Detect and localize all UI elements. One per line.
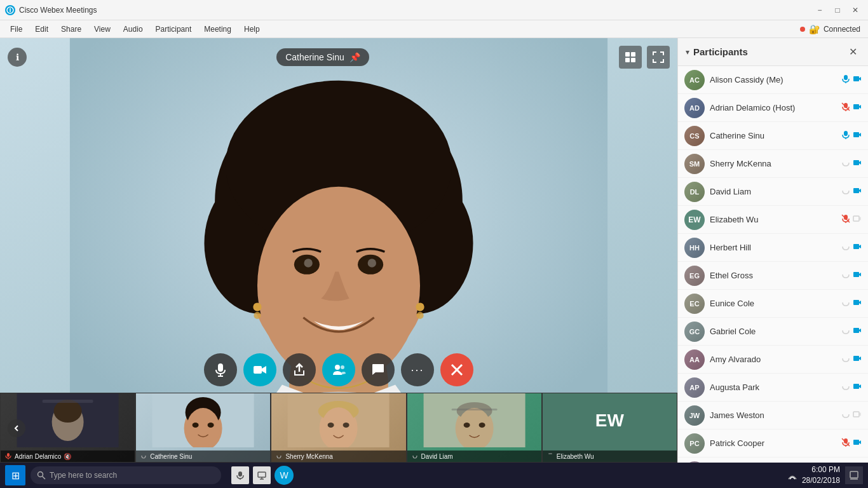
video-icon-elizabeth: [853, 214, 862, 226]
menu-view[interactable]: View: [89, 23, 116, 36]
svg-rect-58: [548, 453, 552, 454]
thumb-muted-indicator-adrian: 🔇: [64, 453, 71, 460]
window-controls: − □ ✕: [812, 3, 863, 18]
video-icon-patrick: [853, 438, 862, 449]
participant-item-amy[interactable]: AAAmy Alvarado: [678, 346, 868, 374]
menu-share[interactable]: Share: [56, 23, 86, 36]
menu-edit[interactable]: Edit: [30, 23, 53, 36]
participant-item-james[interactable]: JWJames Weston: [678, 402, 868, 430]
participant-item-elizabeth[interactable]: EWElizabeth Wu: [678, 206, 868, 234]
close-button[interactable]: ✕: [848, 3, 863, 18]
more-button[interactable]: ···: [401, 353, 434, 386]
video-button[interactable]: [243, 353, 276, 386]
thumbnail-sherry[interactable]: Sherry McKenna: [271, 393, 406, 463]
menu-help[interactable]: Help: [239, 23, 265, 36]
participant-name-eunice: Eunice Cole: [710, 299, 836, 308]
participant-icons-eunice: [841, 298, 862, 309]
svg-rect-108: [258, 472, 266, 477]
share-button[interactable]: [283, 353, 316, 386]
app-name-label: Cisco Webex Meetings: [19, 6, 97, 15]
scroll-left-button[interactable]: [8, 419, 25, 437]
svg-marker-82: [859, 245, 861, 248]
menu-participant[interactable]: Participant: [151, 23, 197, 36]
end-call-button[interactable]: [440, 353, 473, 386]
participant-icons-catherine: [841, 130, 862, 142]
display-taskbar-icon[interactable]: [253, 466, 271, 484]
participant-item-herbert[interactable]: HHHerbert Hill: [678, 234, 868, 262]
taskbar-apps: W: [231, 466, 294, 485]
menu-bar: File Edit Share View Audio Participant M…: [0, 20, 868, 38]
lock-icon: 🔐: [809, 24, 820, 34]
mic-icon-elizabeth: [841, 214, 850, 226]
svg-marker-84: [859, 273, 861, 276]
maximize-button[interactable]: □: [830, 3, 845, 18]
fullscreen-button[interactable]: [647, 46, 670, 69]
participant-item-ethel[interactable]: EGEthel Gross: [678, 262, 868, 290]
status-dot-icon: [800, 27, 805, 32]
thumbnail-elizabeth[interactable]: EW Elizabeth Wu: [542, 393, 677, 463]
svg-rect-79: [853, 216, 859, 221]
participant-item-patrick[interactable]: PCPatrick Cooper: [678, 430, 868, 458]
participant-icons-herbert: [841, 242, 862, 254]
mic-taskbar-icon[interactable]: [231, 466, 249, 484]
avatar-alison: AC: [684, 70, 705, 90]
participant-item-eunice[interactable]: ECEunice Cole: [678, 290, 868, 318]
panel-header: ▾ Participants ✕: [678, 38, 868, 66]
participant-item-david[interactable]: DLDavid Liam: [678, 178, 868, 206]
participant-item-catherine[interactable]: CSCatherine Sinu: [678, 122, 868, 150]
svg-point-19: [416, 312, 423, 319]
svg-rect-24: [218, 363, 223, 372]
menu-meeting[interactable]: Meeting: [199, 23, 236, 36]
speaker-name-text: Catherine Sinu: [285, 52, 344, 62]
mic-icon-catherine: [841, 130, 850, 142]
mute-button[interactable]: [204, 353, 237, 386]
svg-point-44: [208, 423, 214, 428]
participant-item-essie[interactable]: EAEssie Adkins: [678, 458, 868, 463]
mic-icon-herbert: [841, 242, 850, 254]
mic-icon-augusta: [841, 382, 850, 393]
title-bar: Cisco Webex Meetings − □ ✕: [0, 0, 868, 20]
thumb-face-catherine: [136, 393, 270, 447]
svg-marker-75: [859, 189, 861, 193]
participant-icons-ethel: [841, 270, 862, 281]
avatar-patrick: PC: [684, 433, 705, 454]
thumbnail-catherine[interactable]: Catherine Sinu: [135, 393, 271, 463]
panel-close-button[interactable]: ✕: [845, 44, 860, 60]
show-desktop-button[interactable]: [845, 466, 863, 484]
participant-item-sherry[interactable]: SMSherry McKenna: [678, 150, 868, 178]
webex-taskbar-app-icon[interactable]: W: [275, 466, 294, 485]
svg-point-104: [38, 472, 43, 477]
thumb-name-catherine: Catherine Sinu: [150, 453, 192, 460]
layout-button[interactable]: [619, 46, 642, 69]
svg-line-105: [43, 477, 46, 480]
participant-icons-amy: [841, 354, 862, 365]
participant-icons-alison: [841, 74, 862, 86]
participant-item-gabriel[interactable]: GCGabriel Cole: [678, 318, 868, 346]
mic-icon-eunice: [841, 298, 850, 309]
windows-start-button[interactable]: ⊞: [5, 465, 25, 485]
thumbnail-david[interactable]: David Liam: [407, 393, 542, 463]
menu-audio[interactable]: Audio: [118, 23, 148, 36]
avatar-ethel: EG: [684, 266, 705, 286]
svg-rect-23: [631, 58, 635, 62]
show-desktop-icon: [850, 471, 858, 480]
app-title: Cisco Webex Meetings: [5, 5, 812, 15]
participant-name-alison: Alison Cassidy (Me): [710, 75, 836, 85]
participants-button[interactable]: [322, 353, 355, 386]
participant-item-adrian[interactable]: ADAdrian Delamico (Host): [678, 94, 868, 122]
info-button[interactable]: ℹ: [8, 48, 27, 67]
minimize-button[interactable]: −: [812, 3, 827, 18]
menu-file[interactable]: File: [5, 23, 27, 36]
participant-icons-david: [841, 186, 862, 198]
participant-item-augusta[interactable]: APAugusta Park: [678, 374, 868, 402]
avatar-catherine: CS: [684, 126, 705, 146]
control-bar: ···: [204, 353, 473, 386]
svg-marker-99: [859, 440, 861, 444]
avatar-james: JW: [684, 405, 705, 426]
taskbar-search-bar[interactable]: Type here to search: [31, 466, 221, 484]
participant-item-alison[interactable]: ACAlison Cassidy (Me): [678, 66, 868, 94]
chat-button[interactable]: [362, 353, 395, 386]
taskbar-right: 6:00 PM 28/02/2018: [788, 464, 863, 486]
cisco-logo-icon: [5, 5, 15, 15]
participant-name-david: David Liam: [710, 187, 836, 196]
